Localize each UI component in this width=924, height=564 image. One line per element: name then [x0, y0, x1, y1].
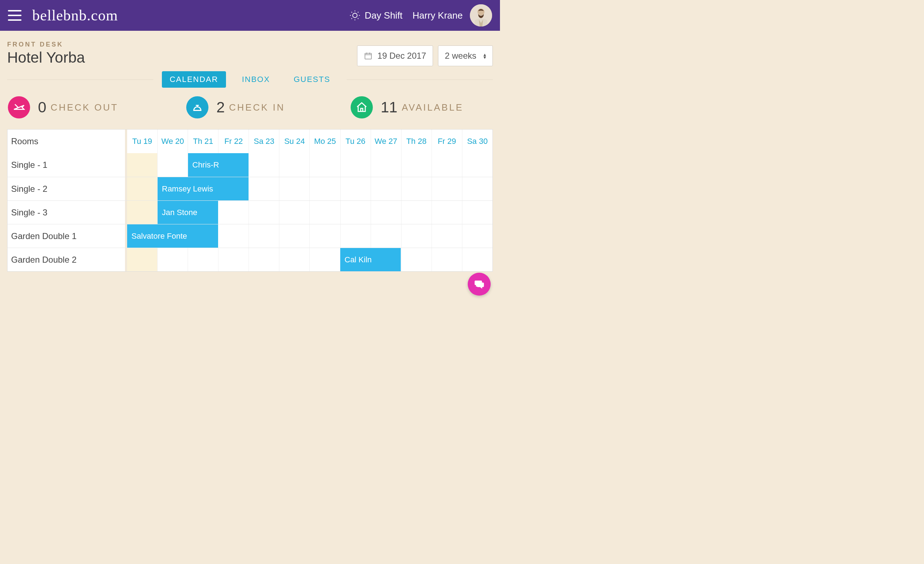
day-header[interactable]: Fr 22 [218, 130, 249, 153]
calendar-icon [364, 52, 372, 60]
calendar-cell[interactable] [370, 177, 401, 200]
calendar-grid: Rooms Tu 19We 20Th 21Fr 22Sa 23Su 24Mo 2… [7, 129, 493, 272]
shift-indicator[interactable]: Day Shift [350, 10, 402, 21]
calendar-cell[interactable] [432, 224, 462, 248]
calendar-cell[interactable] [218, 224, 249, 248]
calendar-cell[interactable] [462, 248, 492, 271]
booking[interactable]: Chris-R [188, 153, 249, 177]
tab-calendar[interactable]: CALENDAR [162, 71, 226, 88]
stat-available[interactable]: 11 AVAILABLE [312, 96, 492, 118]
room-row: Single - 2Ramsey Lewis [8, 177, 492, 200]
calendar-cell[interactable] [249, 248, 279, 271]
sun-icon [350, 10, 360, 21]
room-row: Single - 1Chris-R [8, 153, 492, 177]
calendar-cell[interactable] [340, 177, 370, 200]
day-header[interactable]: Th 28 [401, 130, 432, 153]
room-label: Single - 2 [8, 177, 127, 200]
calendar-cell[interactable] [309, 153, 340, 177]
day-header[interactable]: Su 24 [279, 130, 309, 153]
calendar-cell[interactable] [249, 224, 279, 248]
day-header[interactable]: Tu 19 [127, 130, 157, 153]
day-header[interactable]: We 20 [157, 130, 188, 153]
tab-guests[interactable]: GUESTS [286, 71, 338, 88]
calendar-cell[interactable] [188, 248, 218, 271]
chat-button[interactable] [468, 273, 490, 296]
calendar-cell[interactable] [462, 224, 492, 248]
calendar-cell[interactable] [127, 177, 157, 200]
calendar-cell[interactable] [340, 224, 370, 248]
calendar-cell[interactable] [432, 201, 462, 224]
booking[interactable]: Ramsey Lewis [158, 177, 249, 200]
calendar-cell[interactable] [279, 201, 309, 224]
day-header[interactable]: Sa 23 [249, 130, 279, 153]
calendar-cell[interactable] [370, 224, 401, 248]
room-row: Single - 3Jan Stone [8, 200, 492, 224]
calendar-cell[interactable] [249, 153, 279, 177]
calendar-cell[interactable] [309, 201, 340, 224]
day-header[interactable]: Fr 29 [432, 130, 462, 153]
calendar-cell[interactable] [127, 153, 157, 177]
avatar[interactable] [470, 4, 492, 27]
calendar-cell[interactable] [279, 224, 309, 248]
user-name[interactable]: Harry Krane [412, 10, 463, 21]
calendar-cell[interactable] [127, 201, 157, 224]
calendar-cell[interactable] [309, 248, 340, 271]
menu-button[interactable] [8, 10, 21, 21]
calendar-cell[interactable] [370, 153, 401, 177]
calendar-cell[interactable] [401, 201, 432, 224]
calendar-cell[interactable] [309, 224, 340, 248]
tabs: CALENDAR INBOX GUESTS [153, 71, 347, 88]
calendar-cell[interactable] [279, 248, 309, 271]
day-header[interactable]: We 27 [370, 130, 401, 153]
calendar-cell[interactable] [249, 177, 279, 200]
calendar-cell[interactable] [462, 153, 492, 177]
room-row: Garden Double 1Salvatore Fonte [8, 224, 492, 248]
page-title: Hotel Yorba [7, 49, 85, 66]
calendar-cell[interactable] [462, 177, 492, 200]
day-header[interactable]: Mo 25 [309, 130, 340, 153]
calendar-cell[interactable] [401, 153, 432, 177]
tab-inbox[interactable]: INBOX [234, 71, 278, 88]
calendar-cell[interactable] [218, 201, 249, 224]
calendar-cell[interactable] [401, 224, 432, 248]
calendar-cell[interactable] [279, 177, 309, 200]
date-picker[interactable]: 19 Dec 2017 [357, 45, 433, 66]
calendar-cell[interactable] [370, 201, 401, 224]
day-header[interactable]: Sa 30 [462, 130, 492, 153]
avatar-image [470, 4, 492, 27]
checkin-count: 2 [216, 99, 225, 116]
calendar-cell[interactable] [340, 201, 370, 224]
calendar-cell[interactable] [432, 248, 462, 271]
calendar-cell[interactable] [401, 177, 432, 200]
page: FRONT DESK Hotel Yorba 19 Dec 2017 2 wee… [0, 31, 500, 272]
chat-icon [474, 279, 484, 290]
stat-checkout[interactable]: 0 CHECK OUT [8, 96, 160, 118]
rooms-header: Rooms [8, 130, 127, 153]
calendar-cell[interactable] [157, 153, 188, 177]
room-label: Single - 1 [8, 153, 127, 177]
calendar-cell[interactable] [432, 177, 462, 200]
calendar-cell[interactable] [249, 201, 279, 224]
range-picker[interactable]: 2 weeks ▴▾ [438, 45, 493, 66]
calendar-cell[interactable] [127, 248, 157, 271]
svg-line-8 [358, 12, 358, 12]
day-header[interactable]: Th 21 [188, 130, 218, 153]
calendar-cell[interactable] [218, 248, 249, 271]
plane-icon [8, 96, 30, 118]
calendar-cell[interactable] [462, 201, 492, 224]
calendar-cell[interactable] [309, 177, 340, 200]
stat-checkin[interactable]: 2 CHECK IN [160, 96, 312, 118]
calendar-cell[interactable] [432, 153, 462, 177]
checkout-count: 0 [38, 99, 46, 116]
booking[interactable]: Salvatore Fonte [127, 224, 219, 248]
calendar-cell[interactable] [401, 248, 432, 271]
calendar-cell[interactable] [279, 153, 309, 177]
calendar-cell[interactable] [340, 153, 370, 177]
day-header[interactable]: Tu 26 [340, 130, 370, 153]
booking[interactable]: Jan Stone [158, 201, 219, 224]
booking[interactable]: Cal Kiln [340, 248, 401, 271]
select-caret-icon: ▴▾ [483, 53, 486, 59]
calendar-cell[interactable] [157, 248, 188, 271]
brand-logo[interactable]: bellebnb.com [32, 7, 118, 24]
tabs-row: CALENDAR INBOX GUESTS [7, 71, 493, 88]
